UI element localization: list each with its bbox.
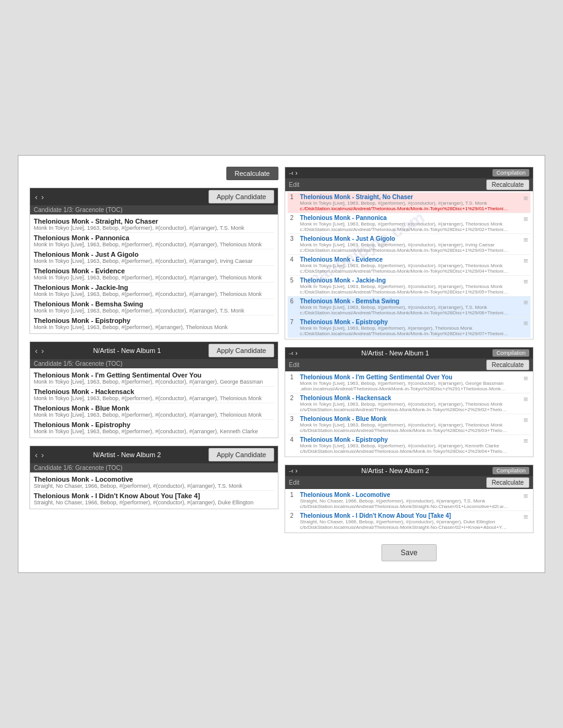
left-track-title-1-1: Thelonious Monk - Straight, No Chaser	[34, 218, 274, 225]
right-album-header-2: - ‹ › N/Artist - New Album 1 Compilation	[285, 347, 533, 358]
menu-icon-r1-6[interactable]: ≡	[523, 298, 528, 307]
menu-icon-r2-1[interactable]: ≡	[523, 374, 528, 383]
recalculate-button-right-2[interactable]: Recalculate	[486, 360, 529, 370]
save-button[interactable]: Save	[381, 544, 436, 561]
prev-arrow-1[interactable]: ‹	[34, 192, 39, 202]
menu-icon-r1-3[interactable]: ≡	[523, 235, 528, 245]
right-track-2-3: 3 Thelonious Monk - Blue Monk Monk In To…	[288, 414, 530, 435]
left-album-block-1: ‹ › Apply Candidate Candidate 1/3: Grace…	[29, 188, 278, 334]
left-track-title-1-5: Thelonious Monk - Jackie-Ing	[34, 284, 274, 291]
right-album-title-3: N/Artist - New Album 2	[297, 467, 492, 474]
left-album-title-2: N/Artist - New Album 1	[45, 347, 209, 354]
left-track-1-4: Thelonious Monk - Evidence Monk In Tokyo…	[34, 266, 274, 282]
compilation-badge-3[interactable]: Compilation	[492, 467, 529, 474]
left-track-meta-1-4: Monk In Tokyo [Live], 1963, Bebop, #(per…	[34, 275, 274, 281]
compilation-badge-2[interactable]: Compilation	[492, 349, 529, 357]
left-track-title-1-2: Thelonious Monk - Pannonica	[34, 234, 274, 241]
right-album-block-3: - ‹ › N/Artist - New Album 2 Compilation…	[285, 464, 534, 533]
left-track-1-5: Thelonious Monk - Jackie-Ing Monk In Tok…	[34, 282, 274, 299]
recalculate-button-right-1[interactable]: Recalculate	[486, 180, 529, 190]
recalculate-button-left[interactable]: Recalculate	[226, 167, 278, 180]
right-track-1-2: 2 Thelonious Monk - Pannonica Monk In To…	[288, 213, 530, 234]
apply-candidate-button-3[interactable]: Apply Candidate	[209, 448, 274, 461]
left-track-meta-1-1: Monk In Tokyo [Live], 1963, Bebop, #(per…	[34, 225, 274, 231]
apply-candidate-button-2[interactable]: Apply Candidate	[209, 344, 274, 357]
right-album-body-3: 1 Thelonious Monk - Locomotive Straight,…	[285, 489, 533, 533]
menu-icon-r2-4[interactable]: ≡	[523, 436, 528, 446]
right-track-2-1: 1 Thelonious Monk - I'm Getting Sentimen…	[288, 373, 530, 393]
left-track-meta-1-3: Monk In Tokyo [Live], 1963, Bebop, #(per…	[34, 258, 274, 264]
left-album-body-1: Thelonious Monk - Straight, No Chaser Mo…	[30, 214, 278, 333]
left-track-title-2-2: Thelonious Monk - Hackensack	[34, 388, 274, 395]
edit-label-2[interactable]: Edit	[289, 362, 299, 368]
right-track-3-2: 2 Thelonious Monk - I Didn't Know About …	[288, 511, 530, 531]
next-arrow-2[interactable]: ›	[40, 346, 45, 355]
right-album-body-2: 1 Thelonious Monk - I'm Getting Sentimen…	[285, 371, 533, 457]
menu-icon-r3-2[interactable]: ≡	[523, 512, 528, 521]
menu-icon-r3-1[interactable]: ≡	[523, 491, 528, 501]
right-album-subheader-1: Edit Recalculate	[285, 178, 533, 191]
left-track-title-2-1: Thelonious Monk - I'm Getting Sentimenta…	[34, 371, 274, 379]
right-track-1-7: 7 Thelonious Monk - Epistrophy Monk In T…	[288, 317, 530, 338]
left-track-meta-1-2: Monk In Tokyo [Live], 1963, Bebop, #(per…	[34, 241, 274, 248]
left-track-title-1-4: Thelonious Monk - Evidence	[34, 267, 274, 275]
left-track-meta-2-3: Monk In Tokyo [Live], 1963, Bebop, #(per…	[34, 412, 274, 418]
right-next-1[interactable]: ›	[295, 169, 297, 176]
right-track-1-1: 1 Thelonious Monk - Straight, No Chaser …	[288, 192, 530, 213]
left-track-meta-2-2: Monk In Tokyo [Live], 1963, Bebop, #(per…	[34, 395, 274, 401]
left-track-title-2-3: Thelonious Monk - Blue Monk	[34, 404, 274, 412]
menu-icon-r1-1[interactable]: ≡	[523, 194, 528, 203]
next-arrow-3[interactable]: ›	[40, 450, 45, 460]
prev-arrow-3[interactable]: ‹	[34, 450, 39, 460]
menu-icon-r1-4[interactable]: ≡	[523, 256, 528, 265]
menu-icon-r2-3[interactable]: ≡	[523, 415, 528, 425]
left-track-1-7: Thelonious Monk - Epistrophy Monk In Tok…	[34, 316, 274, 332]
left-panel-header: Recalculate	[29, 167, 278, 180]
left-track-title-1-7: Thelonious Monk - Epistrophy	[34, 317, 274, 324]
left-track-meta-1-5: Monk In Tokyo [Live], 1963, Bebop, #(per…	[34, 291, 274, 297]
left-track-1-2: Thelonious Monk - Pannonica Monk In Toky…	[34, 233, 274, 249]
right-track-2-4: 4 Thelonious Monk - Epistrophy Monk In T…	[288, 435, 530, 455]
right-prev-1[interactable]: ‹	[291, 169, 294, 176]
apply-candidate-button-1[interactable]: Apply Candidate	[209, 190, 274, 203]
menu-icon-r1-7[interactable]: ≡	[523, 319, 528, 328]
menu-icon-r2-2[interactable]: ≡	[523, 395, 528, 404]
edit-label-1[interactable]: Edit	[289, 181, 299, 188]
left-track-2-2: Thelonious Monk - Hackensack Monk In Tok…	[34, 387, 274, 403]
left-album-body-2: Thelonious Monk - I'm Getting Sentimenta…	[30, 368, 278, 438]
edit-label-3[interactable]: Edit	[289, 479, 299, 486]
right-album-body-1: 1 Thelonious Monk - Straight, No Chaser …	[285, 191, 533, 339]
left-track-3-2: Thelonious Monk - I Didn't Know About Yo…	[34, 491, 274, 507]
recalculate-button-right-3[interactable]: Recalculate	[486, 477, 529, 488]
left-album-subheader-3: Candidate 1/6: Gracenote (TOC)	[30, 463, 278, 472]
compilation-badge-1[interactable]: Compilation	[492, 169, 529, 176]
left-track-title-1-6: Thelonious Monk - Bemsha Swing	[34, 300, 274, 308]
left-track-title-3-1: Thelonious Monk - Locomotive	[34, 476, 274, 483]
left-album-subheader-1: Candidate 1/3: Gracenote (TOC)	[30, 205, 278, 214]
menu-icon-r1-2[interactable]: ≡	[523, 214, 528, 224]
right-album-subheader-3: Edit Recalculate	[285, 476, 533, 489]
left-track-1-3: Thelonious Monk - Just A Gigolo Monk In …	[34, 249, 274, 266]
left-album-body-3: Thelonious Monk - Locomotive Straight, N…	[30, 472, 278, 509]
left-album-header-1: ‹ › Apply Candidate	[30, 188, 278, 205]
menu-icon-r1-5[interactable]: ≡	[523, 277, 528, 286]
prev-arrow-2[interactable]: ‹	[34, 346, 39, 355]
left-track-meta-1-7: Monk In Tokyo [Live], 1963, Bebop, #(per…	[34, 324, 274, 330]
left-album-header-2: ‹ › N/Artist - New Album 1 Apply Candida…	[30, 342, 278, 359]
right-album-block-2: - ‹ › N/Artist - New Album 1 Compilation…	[285, 347, 534, 457]
left-album-block-2: ‹ › N/Artist - New Album 1 Apply Candida…	[29, 341, 278, 438]
left-album-title-3: N/Artist - New Album 2	[45, 451, 209, 458]
right-track-3-1: 1 Thelonious Monk - Locomotive Straight,…	[288, 490, 530, 511]
nav-arrows-3: ‹ ›	[34, 450, 45, 460]
left-album-block-3: ‹ › N/Artist - New Album 2 Apply Candida…	[29, 446, 278, 509]
right-album-header-3: - ‹ › N/Artist - New Album 2 Compilation	[285, 465, 533, 476]
right-nav-arrows-3: ‹ ›	[291, 467, 297, 474]
left-track-meta-2-4: Monk In Tokyo [Live], 1963, Bebop, #(per…	[34, 428, 274, 434]
next-arrow-1[interactable]: ›	[40, 192, 45, 202]
left-album-subheader-2: Candidate 1/5: Gracenote (TOC)	[30, 359, 278, 368]
left-track-meta-3-2: Straight, No Chaser, 1966, Bebop, #(perf…	[34, 499, 274, 506]
right-nav-arrows-1: ‹ ›	[291, 169, 297, 176]
right-track-1-6: 6 Thelonious Monk - Bemsha Swing Monk In…	[288, 297, 530, 317]
right-prev-2[interactable]: ‹	[291, 349, 294, 357]
right-prev-3[interactable]: ‹	[291, 467, 294, 474]
